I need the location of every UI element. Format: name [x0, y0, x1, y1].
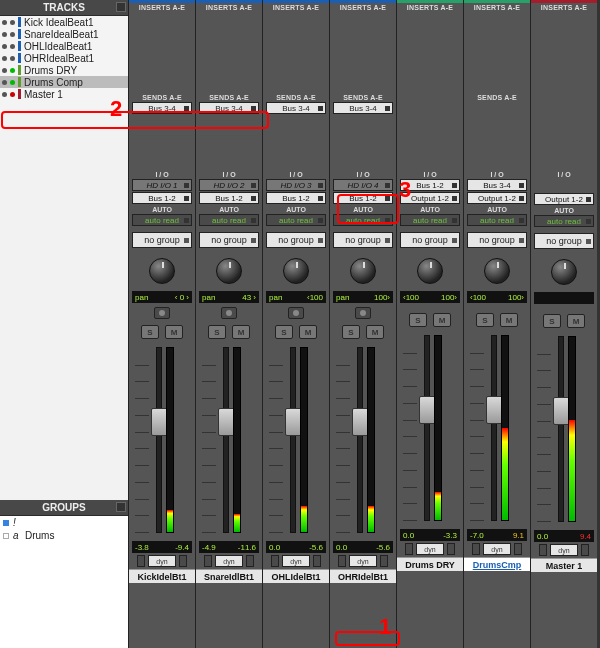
- automation-mode[interactable]: auto read: [534, 215, 594, 227]
- automation-mode[interactable]: auto read: [132, 214, 192, 226]
- track-row[interactable]: Drums Comp: [0, 76, 128, 88]
- dyn-button[interactable]: dyn: [483, 543, 511, 555]
- group-assign[interactable]: no group: [199, 232, 259, 248]
- show-dot[interactable]: [2, 68, 7, 73]
- mute-button[interactable]: M: [299, 325, 317, 339]
- record-enable[interactable]: [221, 307, 237, 319]
- dyn-button[interactable]: dyn: [416, 543, 444, 555]
- solo-button[interactable]: S: [208, 325, 226, 339]
- io-output[interactable]: Bus 1-2: [132, 192, 192, 204]
- record-enable[interactable]: [355, 307, 371, 319]
- pan-knob[interactable]: [149, 258, 175, 284]
- track-row[interactable]: OHRIdealBeat1: [0, 52, 128, 64]
- link-left[interactable]: [539, 544, 547, 556]
- pan-knob[interactable]: [283, 258, 309, 284]
- group-row[interactable]: a Drums: [0, 529, 128, 542]
- pan-knob[interactable]: [484, 258, 510, 284]
- track-row[interactable]: SnareIdealBeat1: [0, 28, 128, 40]
- solo-button[interactable]: S: [275, 325, 293, 339]
- io-output[interactable]: Bus 1-2: [266, 192, 326, 204]
- link-right[interactable]: [514, 543, 522, 555]
- send-slot[interactable]: Bus 3-4: [333, 102, 393, 114]
- dyn-button[interactable]: dyn: [148, 555, 176, 567]
- group-assign[interactable]: no group: [132, 232, 192, 248]
- link-right[interactable]: [246, 555, 254, 567]
- link-right[interactable]: [380, 555, 388, 567]
- automation-mode[interactable]: auto read: [400, 214, 460, 226]
- show-dot[interactable]: [2, 92, 7, 97]
- io-input[interactable]: HD I/O 4: [333, 179, 393, 191]
- pan-knob[interactable]: [551, 259, 577, 285]
- groups-menu-icon[interactable]: [116, 502, 126, 512]
- solo-button[interactable]: S: [476, 313, 494, 327]
- channel-name[interactable]: Master 1: [531, 558, 597, 572]
- fader-track[interactable]: [491, 335, 497, 521]
- group-assign[interactable]: no group: [266, 232, 326, 248]
- dyn-button[interactable]: dyn: [349, 555, 377, 567]
- track-row[interactable]: OHLIdealBeat1: [0, 40, 128, 52]
- group-assign[interactable]: no group: [467, 232, 527, 248]
- track-row[interactable]: Master 1: [0, 88, 128, 100]
- link-left[interactable]: [137, 555, 145, 567]
- tracks-menu-icon[interactable]: [116, 2, 126, 12]
- link-left[interactable]: [204, 555, 212, 567]
- link-left[interactable]: [472, 543, 480, 555]
- show-dot[interactable]: [2, 80, 7, 85]
- fader-track[interactable]: [424, 335, 430, 521]
- show-dot[interactable]: [2, 20, 7, 25]
- group-assign[interactable]: no group: [534, 233, 594, 249]
- fader-track[interactable]: [357, 347, 363, 533]
- mute-button[interactable]: M: [433, 313, 451, 327]
- group-assign[interactable]: no group: [333, 232, 393, 248]
- fader-track[interactable]: [223, 347, 229, 533]
- fader-track[interactable]: [558, 336, 564, 522]
- io-output[interactable]: Output 1-2: [400, 192, 460, 204]
- solo-button[interactable]: S: [342, 325, 360, 339]
- record-enable[interactable]: [288, 307, 304, 319]
- mute-button[interactable]: M: [366, 325, 384, 339]
- solo-button[interactable]: S: [409, 313, 427, 327]
- send-slot[interactable]: Bus 3-4: [132, 102, 192, 114]
- pan-knob[interactable]: [417, 258, 443, 284]
- link-left[interactable]: [338, 555, 346, 567]
- io-input[interactable]: Bus 1-2: [400, 179, 460, 191]
- track-row[interactable]: Drums DRY: [0, 64, 128, 76]
- show-dot[interactable]: [2, 56, 7, 61]
- mute-button[interactable]: M: [232, 325, 250, 339]
- show-dot[interactable]: [2, 44, 7, 49]
- link-right[interactable]: [313, 555, 321, 567]
- automation-mode[interactable]: auto read: [467, 214, 527, 226]
- io-output[interactable]: Output 1-2: [467, 192, 527, 204]
- dyn-button[interactable]: dyn: [215, 555, 243, 567]
- io-input[interactable]: HD I/O 2: [199, 179, 259, 191]
- link-right[interactable]: [581, 544, 589, 556]
- channel-name[interactable]: OHRIdelBt1: [330, 569, 396, 583]
- channel-name[interactable]: SnareIdlBt1: [196, 569, 262, 583]
- io-output[interactable]: Output 1-2: [534, 193, 594, 205]
- mute-button[interactable]: M: [500, 313, 518, 327]
- dyn-button[interactable]: dyn: [282, 555, 310, 567]
- track-row[interactable]: Kick IdealBeat1: [0, 16, 128, 28]
- channel-name[interactable]: OHLIdelBt1: [263, 569, 329, 583]
- io-input[interactable]: HD I/O 3: [266, 179, 326, 191]
- dyn-button[interactable]: dyn: [550, 544, 578, 556]
- pan-knob[interactable]: [350, 258, 376, 284]
- io-output[interactable]: Bus 1-2: [333, 192, 393, 204]
- show-dot[interactable]: [2, 32, 7, 37]
- solo-button[interactable]: S: [141, 325, 159, 339]
- pan-knob[interactable]: [216, 258, 242, 284]
- io-input[interactable]: HD I/O 1: [132, 179, 192, 191]
- automation-mode[interactable]: auto read: [333, 214, 393, 226]
- record-enable[interactable]: [154, 307, 170, 319]
- automation-mode[interactable]: auto read: [266, 214, 326, 226]
- mute-button[interactable]: M: [567, 314, 585, 328]
- link-left[interactable]: [271, 555, 279, 567]
- send-slot[interactable]: Bus 3-4: [266, 102, 326, 114]
- automation-mode[interactable]: auto read: [199, 214, 259, 226]
- group-assign[interactable]: no group: [400, 232, 460, 248]
- link-left[interactable]: [405, 543, 413, 555]
- fader-track[interactable]: [156, 347, 162, 533]
- fader-track[interactable]: [290, 347, 296, 533]
- channel-name[interactable]: KickIdelBt1: [129, 569, 195, 583]
- channel-name[interactable]: Drums DRY: [397, 557, 463, 571]
